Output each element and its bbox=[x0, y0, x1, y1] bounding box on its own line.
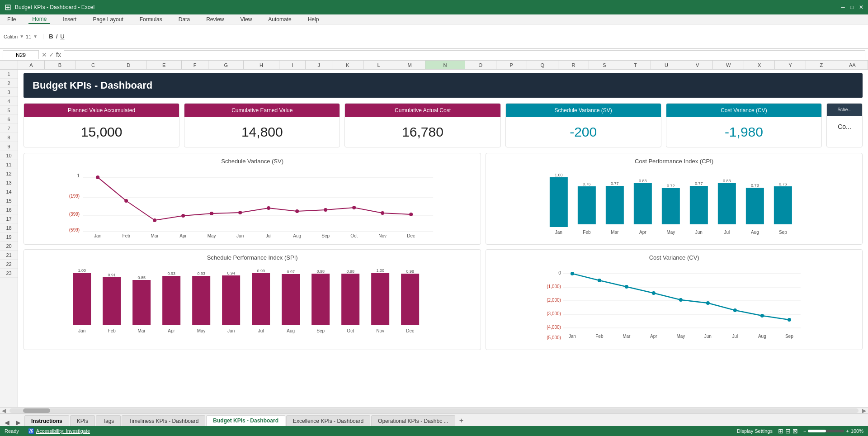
zoom-slider[interactable] bbox=[808, 430, 844, 432]
col-n[interactable]: N bbox=[425, 61, 465, 70]
svg-text:Oct: Oct bbox=[347, 328, 354, 333]
col-y[interactable]: Y bbox=[775, 61, 806, 70]
kpi-card-earned-value: Cumulative Earned Value 14,800 bbox=[184, 103, 340, 147]
zoom-level[interactable]: 100% bbox=[851, 428, 863, 434]
tab-timeliness[interactable]: Timeliness KPIs - Dashboard bbox=[122, 415, 205, 426]
scroll-thumb[interactable] bbox=[23, 408, 50, 413]
svg-point-9 bbox=[124, 199, 128, 203]
zoom-out-btn[interactable]: − bbox=[803, 428, 806, 434]
confirm-formula-icon[interactable]: ✓ bbox=[49, 51, 54, 58]
ribbon-tab-review[interactable]: Review bbox=[203, 15, 227, 24]
col-q[interactable]: Q bbox=[527, 61, 558, 70]
col-l[interactable]: L bbox=[363, 61, 395, 70]
formula-input[interactable] bbox=[64, 50, 865, 59]
col-f[interactable]: F bbox=[182, 61, 208, 70]
col-d[interactable]: D bbox=[111, 61, 146, 70]
svg-text:Feb: Feb bbox=[583, 230, 591, 235]
cpi-bar-sep bbox=[774, 186, 792, 224]
tab-tags[interactable]: Tags bbox=[96, 415, 121, 426]
page-layout-btn[interactable]: ⊟ bbox=[785, 427, 791, 435]
bold-button[interactable]: B bbox=[49, 33, 53, 40]
col-a[interactable]: A bbox=[18, 61, 45, 70]
tab-add-button[interactable]: + bbox=[456, 415, 467, 426]
svg-rect-75 bbox=[311, 274, 330, 325]
col-o[interactable]: O bbox=[465, 61, 496, 70]
col-k[interactable]: K bbox=[332, 61, 363, 70]
ribbon-tab-page-layout[interactable]: Page Layout bbox=[89, 15, 127, 24]
cpi-bar-jun bbox=[690, 186, 708, 224]
tab-scroll-right[interactable]: ▶ bbox=[13, 419, 24, 426]
svg-text:(399): (399) bbox=[69, 212, 80, 217]
ribbon-tab-help[interactable]: Help bbox=[304, 15, 323, 24]
svg-text:0.72: 0.72 bbox=[667, 184, 675, 188]
col-s[interactable]: S bbox=[589, 61, 620, 70]
col-m[interactable]: M bbox=[394, 61, 425, 70]
svg-text:(199): (199) bbox=[69, 194, 80, 199]
underline-button[interactable]: U bbox=[60, 33, 64, 40]
italic-button[interactable]: I bbox=[56, 33, 58, 40]
col-v[interactable]: V bbox=[682, 61, 713, 70]
col-c[interactable]: C bbox=[75, 61, 111, 70]
ribbon-tab-formulas[interactable]: Formulas bbox=[136, 15, 166, 24]
scroll-track[interactable] bbox=[9, 408, 859, 413]
col-r[interactable]: R bbox=[558, 61, 590, 70]
tab-scroll-left[interactable]: ◀ bbox=[2, 419, 12, 426]
status-accessibility[interactable]: Accessibility: Investigate bbox=[36, 428, 90, 434]
page-break-btn[interactable]: ⊠ bbox=[793, 427, 798, 435]
spi-chart-panel: Schedule Performance Index (SPI) 1.00 Ja… bbox=[24, 249, 481, 350]
tab-kpis[interactable]: KPIs bbox=[70, 415, 95, 426]
svg-point-10 bbox=[153, 218, 156, 222]
svg-text:(5,000): (5,000) bbox=[547, 335, 561, 340]
svg-text:0.98: 0.98 bbox=[406, 269, 414, 274]
col-u[interactable]: U bbox=[651, 61, 682, 70]
cpi-chart-svg: 1.00 Jan 0.76 Feb 0.77 Mar bbox=[492, 168, 856, 238]
svg-text:Jan: Jan bbox=[78, 328, 85, 333]
tab-instructions[interactable]: Instructions bbox=[24, 415, 69, 426]
tab-budget[interactable]: Budget KPIs - Dashboard bbox=[206, 415, 285, 426]
kpi-card-earned-value-value: 14,800 bbox=[184, 117, 340, 147]
tab-operational[interactable]: Operational KPIs - Dashbc ... bbox=[371, 415, 455, 426]
row-numbers: 1 2 3 4 5 6 7 8 9 10 11 12 13 14 15 16 1… bbox=[0, 70, 18, 407]
scroll-right-btn[interactable]: ▶ bbox=[860, 408, 868, 414]
ribbon-tab-home[interactable]: Home bbox=[28, 15, 50, 24]
svg-text:Jun: Jun bbox=[227, 328, 235, 333]
scroll-left-btn[interactable]: ◀ bbox=[0, 408, 8, 414]
normal-view-btn[interactable]: ⊞ bbox=[778, 427, 783, 435]
font-size[interactable]: 11 bbox=[26, 34, 31, 39]
col-w[interactable]: W bbox=[713, 61, 744, 70]
name-box[interactable]: N29 bbox=[3, 50, 39, 59]
tab-excellence[interactable]: Excellence KPIs - Dashboard bbox=[286, 415, 370, 426]
col-b[interactable]: B bbox=[45, 61, 76, 70]
svg-rect-63 bbox=[192, 276, 210, 325]
ribbon-tab-insert[interactable]: Insert bbox=[59, 15, 80, 24]
ribbon[interactable]: File Home Insert Page Layout Formulas Da… bbox=[0, 14, 868, 24]
col-i[interactable]: I bbox=[279, 61, 306, 70]
cpi-bar-may bbox=[662, 188, 680, 224]
col-j[interactable]: J bbox=[306, 61, 332, 70]
col-p[interactable]: P bbox=[496, 61, 528, 70]
horizontal-scrollbar[interactable]: ◀ ▶ bbox=[0, 407, 868, 413]
cancel-formula-icon[interactable]: ✕ bbox=[42, 51, 47, 58]
font-name[interactable]: Calibri bbox=[4, 34, 18, 39]
ribbon-tab-data[interactable]: Data bbox=[175, 15, 193, 24]
kpi-card-actual-cost-header: Cumulative Actual Cost bbox=[345, 104, 500, 117]
col-aa[interactable]: AA bbox=[837, 61, 868, 70]
col-z[interactable]: Z bbox=[806, 61, 837, 70]
svg-point-97 bbox=[571, 272, 574, 275]
col-x[interactable]: X bbox=[744, 61, 775, 70]
ribbon-tab-automate[interactable]: Automate bbox=[264, 15, 295, 24]
ribbon-tab-view[interactable]: View bbox=[237, 15, 256, 24]
display-settings[interactable]: Display Settings bbox=[737, 428, 773, 434]
svg-text:0.99: 0.99 bbox=[257, 269, 265, 273]
cpi-bar-jan bbox=[550, 177, 568, 227]
sheet-area: 1 2 3 4 5 6 7 8 9 10 11 12 13 14 15 16 1… bbox=[0, 70, 868, 407]
ribbon-tab-file[interactable]: File bbox=[4, 15, 19, 24]
zoom-in-btn[interactable]: + bbox=[846, 428, 849, 434]
svg-text:Oct: Oct bbox=[350, 233, 358, 238]
col-g[interactable]: G bbox=[208, 61, 244, 70]
col-h[interactable]: H bbox=[244, 61, 279, 70]
fx-icon[interactable]: fx bbox=[56, 51, 61, 58]
svg-text:(599): (599) bbox=[69, 227, 80, 232]
col-e[interactable]: E bbox=[146, 61, 182, 70]
col-t[interactable]: T bbox=[620, 61, 651, 70]
